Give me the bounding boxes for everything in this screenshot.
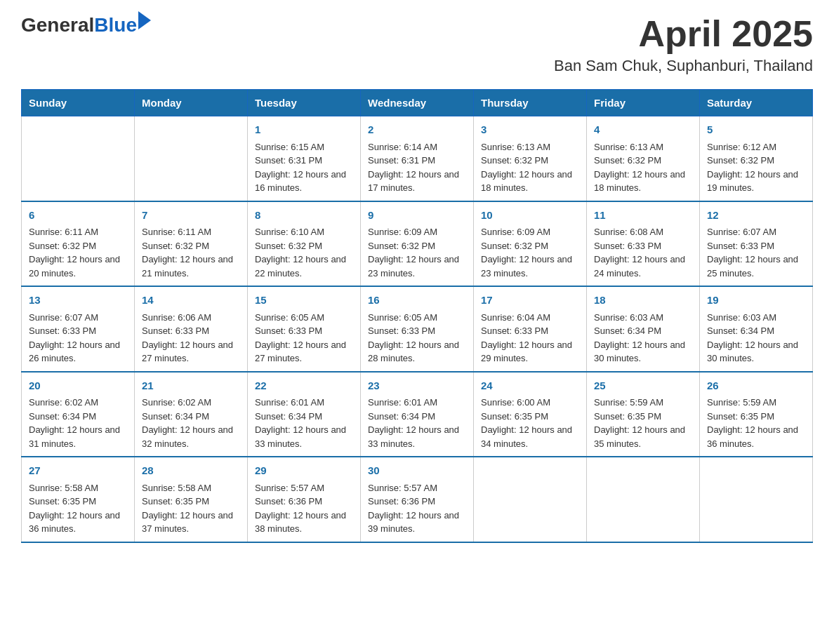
sunset-text: Sunset: 6:35 PM [29, 495, 127, 509]
daylight-text: Daylight: 12 hours and 18 minutes. [481, 168, 579, 195]
calendar-header-row: SundayMondayTuesdayWednesdayThursdayFrid… [22, 90, 813, 116]
daylight-text: Daylight: 12 hours and 36 minutes. [29, 509, 127, 536]
calendar-cell [22, 116, 135, 201]
day-number: 17 [481, 293, 579, 309]
calendar-cell: 30Sunrise: 5:57 AMSunset: 6:36 PMDayligh… [361, 457, 474, 542]
daylight-text: Daylight: 12 hours and 33 minutes. [368, 423, 466, 450]
calendar-title: April 2025 [554, 14, 813, 54]
logo: General Blue [21, 14, 151, 36]
sunrise-text: Sunrise: 6:10 AM [255, 225, 353, 239]
daylight-text: Daylight: 12 hours and 17 minutes. [368, 168, 466, 195]
sunrise-text: Sunrise: 6:11 AM [142, 225, 240, 239]
daylight-text: Daylight: 12 hours and 19 minutes. [707, 168, 805, 195]
daylight-text: Daylight: 12 hours and 29 minutes. [481, 338, 579, 365]
day-number: 11 [594, 208, 692, 224]
header-friday: Friday [587, 90, 700, 116]
sunrise-text: Sunrise: 6:08 AM [594, 225, 692, 239]
calendar-cell: 24Sunrise: 6:00 AMSunset: 6:35 PMDayligh… [474, 372, 587, 457]
logo-general-text: General [21, 14, 94, 36]
daylight-text: Daylight: 12 hours and 31 minutes. [29, 423, 127, 450]
day-number: 28 [142, 463, 240, 479]
daylight-text: Daylight: 12 hours and 39 minutes. [368, 509, 466, 536]
calendar-cell: 4Sunrise: 6:13 AMSunset: 6:32 PMDaylight… [587, 116, 700, 201]
sunrise-text: Sunrise: 6:06 AM [142, 311, 240, 325]
header-monday: Monday [135, 90, 248, 116]
calendar-table: SundayMondayTuesdayWednesdayThursdayFrid… [21, 89, 813, 543]
sunset-text: Sunset: 6:34 PM [142, 410, 240, 424]
daylight-text: Daylight: 12 hours and 18 minutes. [594, 168, 692, 195]
day-number: 25 [594, 378, 692, 394]
logo-blue-text: Blue [94, 14, 137, 36]
daylight-text: Daylight: 12 hours and 24 minutes. [594, 253, 692, 280]
calendar-cell: 1Sunrise: 6:15 AMSunset: 6:31 PMDaylight… [248, 116, 361, 201]
calendar-cell: 21Sunrise: 6:02 AMSunset: 6:34 PMDayligh… [135, 372, 248, 457]
sunset-text: Sunset: 6:34 PM [594, 324, 692, 338]
day-number: 13 [29, 293, 127, 309]
daylight-text: Daylight: 12 hours and 22 minutes. [255, 253, 353, 280]
daylight-text: Daylight: 12 hours and 20 minutes. [29, 253, 127, 280]
sunrise-text: Sunrise: 5:57 AM [368, 481, 466, 495]
day-number: 18 [594, 293, 692, 309]
sunset-text: Sunset: 6:34 PM [29, 410, 127, 424]
sunset-text: Sunset: 6:33 PM [29, 324, 127, 338]
calendar-cell: 27Sunrise: 5:58 AMSunset: 6:35 PMDayligh… [22, 457, 135, 542]
calendar-cell: 3Sunrise: 6:13 AMSunset: 6:32 PMDaylight… [474, 116, 587, 201]
daylight-text: Daylight: 12 hours and 32 minutes. [142, 423, 240, 450]
day-number: 5 [707, 122, 805, 138]
day-number: 2 [368, 122, 466, 138]
sunrise-text: Sunrise: 5:59 AM [707, 396, 805, 410]
day-number: 6 [29, 208, 127, 224]
sunset-text: Sunset: 6:31 PM [368, 154, 466, 168]
sunrise-text: Sunrise: 6:01 AM [368, 396, 466, 410]
daylight-text: Daylight: 12 hours and 30 minutes. [707, 338, 805, 365]
title-block: April 2025 Ban Sam Chuk, Suphanburi, Tha… [554, 14, 813, 75]
calendar-cell: 6Sunrise: 6:11 AMSunset: 6:32 PMDaylight… [22, 201, 135, 287]
daylight-text: Daylight: 12 hours and 23 minutes. [481, 253, 579, 280]
sunrise-text: Sunrise: 5:58 AM [142, 481, 240, 495]
calendar-subtitle: Ban Sam Chuk, Suphanburi, Thailand [554, 57, 813, 75]
calendar-cell: 2Sunrise: 6:14 AMSunset: 6:31 PMDaylight… [361, 116, 474, 201]
day-number: 22 [255, 378, 353, 394]
sunrise-text: Sunrise: 5:59 AM [594, 396, 692, 410]
sunset-text: Sunset: 6:32 PM [255, 239, 353, 253]
calendar-week-2: 6Sunrise: 6:11 AMSunset: 6:32 PMDaylight… [22, 201, 813, 287]
day-number: 8 [255, 208, 353, 224]
day-number: 20 [29, 378, 127, 394]
daylight-text: Daylight: 12 hours and 23 minutes. [368, 253, 466, 280]
sunset-text: Sunset: 6:33 PM [368, 324, 466, 338]
calendar-cell [700, 457, 813, 542]
calendar-cell: 29Sunrise: 5:57 AMSunset: 6:36 PMDayligh… [248, 457, 361, 542]
calendar-week-4: 20Sunrise: 6:02 AMSunset: 6:34 PMDayligh… [22, 372, 813, 457]
day-number: 12 [707, 208, 805, 224]
day-number: 9 [368, 208, 466, 224]
calendar-cell: 22Sunrise: 6:01 AMSunset: 6:34 PMDayligh… [248, 372, 361, 457]
calendar-cell: 11Sunrise: 6:08 AMSunset: 6:33 PMDayligh… [587, 201, 700, 287]
calendar-cell: 5Sunrise: 6:12 AMSunset: 6:32 PMDaylight… [700, 116, 813, 201]
sunrise-text: Sunrise: 6:12 AM [707, 140, 805, 154]
day-number: 30 [368, 463, 466, 479]
sunrise-text: Sunrise: 6:15 AM [255, 140, 353, 154]
day-number: 26 [707, 378, 805, 394]
calendar-cell: 23Sunrise: 6:01 AMSunset: 6:34 PMDayligh… [361, 372, 474, 457]
sunrise-text: Sunrise: 6:14 AM [368, 140, 466, 154]
header-tuesday: Tuesday [248, 90, 361, 116]
calendar-cell: 20Sunrise: 6:02 AMSunset: 6:34 PMDayligh… [22, 372, 135, 457]
day-number: 23 [368, 378, 466, 394]
sunset-text: Sunset: 6:32 PM [142, 239, 240, 253]
daylight-text: Daylight: 12 hours and 34 minutes. [481, 423, 579, 450]
sunrise-text: Sunrise: 6:02 AM [29, 396, 127, 410]
day-number: 14 [142, 293, 240, 309]
day-number: 27 [29, 463, 127, 479]
daylight-text: Daylight: 12 hours and 30 minutes. [594, 338, 692, 365]
day-number: 4 [594, 122, 692, 138]
sunset-text: Sunset: 6:34 PM [368, 410, 466, 424]
daylight-text: Daylight: 12 hours and 28 minutes. [368, 338, 466, 365]
day-number: 16 [368, 293, 466, 309]
sunrise-text: Sunrise: 6:04 AM [481, 311, 579, 325]
sunset-text: Sunset: 6:36 PM [368, 495, 466, 509]
calendar-cell: 10Sunrise: 6:09 AMSunset: 6:32 PMDayligh… [474, 201, 587, 287]
calendar-cell [135, 116, 248, 201]
header-sunday: Sunday [22, 90, 135, 116]
day-number: 1 [255, 122, 353, 138]
daylight-text: Daylight: 12 hours and 27 minutes. [142, 338, 240, 365]
